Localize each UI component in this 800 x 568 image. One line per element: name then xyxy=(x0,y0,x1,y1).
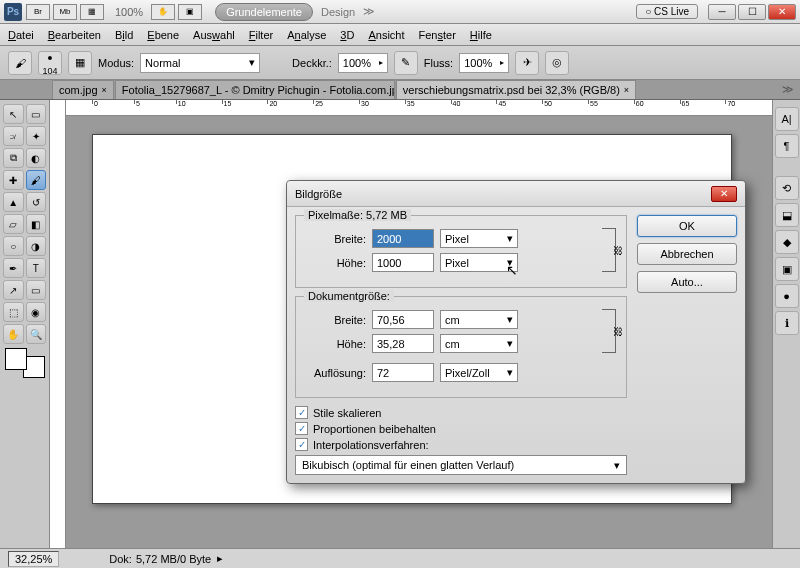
doc-tab-1[interactable]: Fotolia_15279687_L - © Dmitry Pichugin -… xyxy=(115,80,395,99)
cs-live-button[interactable]: CS Live xyxy=(636,4,698,19)
mode-label: Modus: xyxy=(98,57,134,69)
workspace-essentials[interactable]: Grundelemente xyxy=(215,3,313,21)
doc-height-unit[interactable]: cm▾ xyxy=(440,334,518,353)
stamp-tool[interactable]: ▲ xyxy=(3,192,24,212)
pressure-opacity-icon[interactable]: ✎ xyxy=(394,51,418,75)
tabs-more-icon[interactable]: ≫ xyxy=(782,83,794,96)
heal-tool[interactable]: ✚ xyxy=(3,170,24,190)
brush-preset[interactable]: •104 xyxy=(38,51,62,75)
history-panel-icon[interactable]: ⟲ xyxy=(775,176,799,200)
pressure-size-icon[interactable]: ◎ xyxy=(545,51,569,75)
info-panel-icon[interactable]: ℹ xyxy=(775,311,799,335)
close-button[interactable]: ✕ xyxy=(768,4,796,20)
close-icon[interactable]: × xyxy=(102,85,107,95)
eyedrop-tool[interactable]: ◐ xyxy=(26,148,47,168)
3d-tool[interactable]: ⬚ xyxy=(3,302,24,322)
menu-ansicht[interactable]: Ansicht xyxy=(368,29,404,41)
workspace-design[interactable]: Design xyxy=(321,6,355,18)
hand-tool[interactable]: ✋ xyxy=(3,324,24,344)
lasso-tool[interactable]: ⟉ xyxy=(3,126,24,146)
flow-field[interactable]: 100%▸ xyxy=(459,53,509,73)
wand-tool[interactable]: ✦ xyxy=(26,126,47,146)
ok-button[interactable]: OK xyxy=(637,215,737,237)
doc-tab-2[interactable]: verschiebungsmatrix.psd bei 32,3% (RGB/8… xyxy=(396,80,636,99)
crop-tool[interactable]: ⧉ xyxy=(3,148,24,168)
dialog-close-button[interactable]: ✕ xyxy=(711,186,737,202)
opacity-field[interactable]: 100%▸ xyxy=(338,53,388,73)
type-tool[interactable]: T xyxy=(26,258,47,278)
blur-tool[interactable]: ○ xyxy=(3,236,24,256)
zoom-tool[interactable]: 🔍 xyxy=(26,324,47,344)
dodge-tool[interactable]: ◑ xyxy=(26,236,47,256)
resolution-unit[interactable]: Pixel/Zoll▾ xyxy=(440,363,518,382)
color-swatches[interactable] xyxy=(5,348,45,378)
paragraph-panel-icon[interactable]: ¶ xyxy=(775,134,799,158)
brush-panel-icon[interactable]: ▦ xyxy=(68,51,92,75)
document-size-legend: Dokumentgröße: xyxy=(304,290,394,302)
resample-checkbox[interactable]: ✓ xyxy=(295,438,308,451)
status-doc-label: Dok: xyxy=(109,553,132,565)
doc-width-unit[interactable]: cm▾ xyxy=(440,310,518,329)
brush-tool-icon[interactable]: 🖌 xyxy=(8,51,32,75)
menu-bearbeiten[interactable]: Bearbeiten xyxy=(48,29,101,41)
layout-button[interactable]: ▦ xyxy=(80,4,104,20)
status-arrow-icon[interactable]: ▸ xyxy=(217,552,223,565)
mode-select[interactable]: Normal▾ xyxy=(140,53,260,73)
menu-auswahl[interactable]: Auswahl xyxy=(193,29,235,41)
close-icon[interactable]: × xyxy=(624,85,629,95)
menu-datei[interactable]: Datei xyxy=(8,29,34,41)
move-tool[interactable]: ↖ xyxy=(3,104,24,124)
ruler-horizontal[interactable]: 0510152025303540455055606570 xyxy=(66,100,772,116)
br-button[interactable]: Br xyxy=(26,4,50,20)
view-button[interactable]: ▣ xyxy=(178,4,202,20)
px-height-input[interactable] xyxy=(372,253,434,272)
menu-bild[interactable]: Bild xyxy=(115,29,133,41)
pen-tool[interactable]: ✒ xyxy=(3,258,24,278)
eraser-tool[interactable]: ▱ xyxy=(3,214,24,234)
menu-analyse[interactable]: Analyse xyxy=(287,29,326,41)
doc-tab-0[interactable]: com.jpg× xyxy=(52,80,114,99)
opacity-label: Deckkr.: xyxy=(292,57,332,69)
menu-3d[interactable]: 3D xyxy=(340,29,354,41)
brush-tool[interactable]: 🖌 xyxy=(26,170,47,190)
minimize-button[interactable]: ─ xyxy=(708,4,736,20)
hand-button[interactable]: ✋ xyxy=(151,4,175,20)
swatches-panel-icon[interactable]: ◆ xyxy=(775,230,799,254)
ruler-vertical[interactable] xyxy=(50,100,66,568)
constrain-prop-checkbox[interactable]: ✓ xyxy=(295,422,308,435)
px-width-input[interactable] xyxy=(372,229,434,248)
menu-fenster[interactable]: Fenster xyxy=(419,29,456,41)
auto-button[interactable]: Auto... xyxy=(637,271,737,293)
camera-tool[interactable]: ◉ xyxy=(26,302,47,322)
color-panel-icon[interactable]: ● xyxy=(775,284,799,308)
doc-width-input[interactable] xyxy=(372,310,434,329)
character-panel-icon[interactable]: A| xyxy=(775,107,799,131)
history-brush-tool[interactable]: ↺ xyxy=(26,192,47,212)
zoom-percent[interactable]: 100% xyxy=(115,6,143,18)
mb-button[interactable]: Mb xyxy=(53,4,77,20)
menu-ebene[interactable]: Ebene xyxy=(147,29,179,41)
menu-hilfe[interactable]: Hilfe xyxy=(470,29,492,41)
adjustments-panel-icon[interactable]: ⬓ xyxy=(775,203,799,227)
workspace-more[interactable]: ≫ xyxy=(363,5,375,18)
link-icon[interactable]: ⛓ xyxy=(613,326,623,337)
interpolation-select[interactable]: Bikubisch (optimal für einen glatten Ver… xyxy=(295,455,627,475)
status-zoom[interactable]: 32,25% xyxy=(8,551,59,567)
doc-width-label: Breite: xyxy=(306,314,366,326)
gradient-tool[interactable]: ◧ xyxy=(26,214,47,234)
airbrush-icon[interactable]: ✈ xyxy=(515,51,539,75)
marquee-tool[interactable]: ▭ xyxy=(26,104,47,124)
px-height-unit[interactable]: Pixel▾ xyxy=(440,253,518,272)
shape-tool[interactable]: ▭ xyxy=(26,280,47,300)
link-icon[interactable]: ⛓ xyxy=(613,245,623,256)
path-tool[interactable]: ↗ xyxy=(3,280,24,300)
doc-height-input[interactable] xyxy=(372,334,434,353)
maximize-button[interactable]: ☐ xyxy=(738,4,766,20)
dialog-title-bar[interactable]: Bildgröße ✕ xyxy=(287,181,745,207)
cancel-button[interactable]: Abbrechen xyxy=(637,243,737,265)
scale-styles-checkbox[interactable]: ✓ xyxy=(295,406,308,419)
resolution-input[interactable] xyxy=(372,363,434,382)
px-width-unit[interactable]: Pixel▾ xyxy=(440,229,518,248)
layers-panel-icon[interactable]: ▣ xyxy=(775,257,799,281)
menu-filter[interactable]: Filter xyxy=(249,29,273,41)
